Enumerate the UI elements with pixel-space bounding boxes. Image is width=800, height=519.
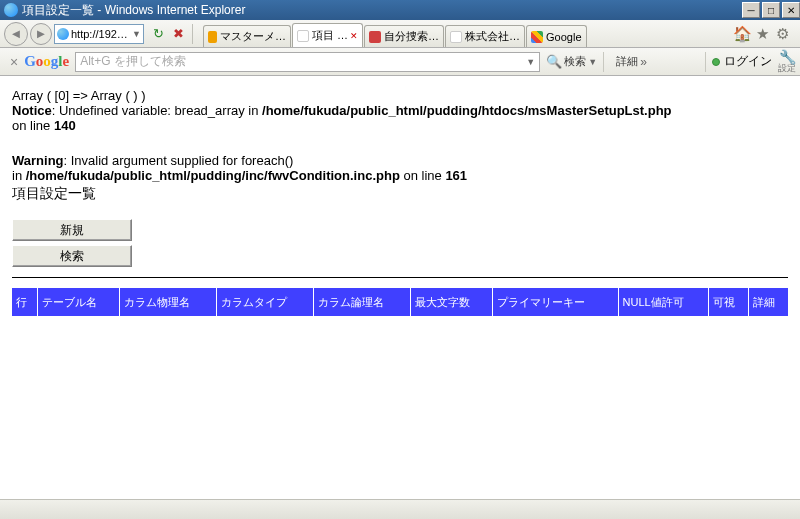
col-type: カラムタイプ (217, 288, 314, 316)
google-search-input[interactable]: Alt+G を押して検索 ▼ (75, 52, 540, 72)
new-button[interactable]: 新規 (12, 219, 132, 241)
detail-button-label: 詳細 (616, 54, 638, 69)
search-button-label: 検索 (564, 54, 586, 69)
col-null-allowed: NULL値許可 (618, 288, 709, 316)
search-placeholder: Alt+G を押して検索 (80, 53, 186, 70)
dropdown-icon[interactable]: ▼ (526, 57, 535, 67)
page-content: Array ( [0] => Array ( ) ) Notice: Undef… (0, 76, 800, 499)
dropdown-icon: ▼ (588, 57, 597, 67)
divider (12, 277, 788, 278)
close-toolbar-icon[interactable]: × (4, 54, 24, 70)
back-button[interactable]: ◄ (4, 22, 28, 46)
col-row: 行 (12, 288, 37, 316)
tab-label: マスターメ… (220, 29, 286, 44)
tab-3[interactable]: 株式会社… (445, 25, 525, 47)
table-header-row: 行 テーブル名 カラム物理名 カラムタイプ カラム論理名 最大文字数 プライマリ… (12, 288, 788, 316)
window-buttons: ─ □ ✕ (740, 2, 800, 18)
favicon-icon (208, 31, 217, 43)
status-bar (0, 499, 800, 519)
search-icon: 🔍 (546, 54, 562, 69)
google-logo: Google (24, 53, 69, 70)
col-physical-name: カラム物理名 (120, 288, 217, 316)
nav-toolbar: ◄ ► http://192… ▼ ↻ ✖ マスターメ… 項目 … ✕ 自分捜索… (0, 20, 800, 48)
tab-label: 株式会社… (465, 29, 520, 44)
address-text: http://192… (71, 28, 128, 40)
login-link[interactable]: ログイン (724, 53, 772, 70)
col-primary-key: プライマリーキー (493, 288, 618, 316)
favorites-icon[interactable]: ★ (752, 24, 772, 44)
google-toolbar: × Google Alt+G を押して検索 ▼ 🔍 検索 ▼ 詳細 » ログイン… (0, 48, 800, 76)
tab-label: 項目 … (312, 28, 348, 43)
favicon-icon (450, 31, 462, 43)
tab-strip: マスターメ… 項目 … ✕ 自分捜索… 株式会社… Google (203, 20, 732, 47)
col-max-chars: 最大文字数 (410, 288, 493, 316)
close-button[interactable]: ✕ (782, 2, 800, 18)
minimize-button[interactable]: ─ (742, 2, 760, 18)
tab-label: Google (546, 31, 581, 43)
forward-button[interactable]: ► (30, 23, 52, 45)
settings-label: 設定 (778, 64, 796, 73)
tools-icon[interactable]: ⚙ (772, 24, 792, 44)
address-bar[interactable]: http://192… ▼ (54, 24, 144, 44)
window-title: 項目設定一覧 - Windows Internet Explorer (22, 2, 245, 19)
php-warning: Warning: Invalid argument supplied for f… (12, 153, 788, 183)
col-table-name: テーブル名 (37, 288, 120, 316)
col-detail: 詳細 (749, 288, 788, 316)
page-favicon (57, 28, 69, 40)
tab-1[interactable]: 項目 … ✕ (292, 23, 363, 47)
maximize-button[interactable]: □ (762, 2, 780, 18)
ie-icon (4, 3, 18, 17)
page-title: 項目設定一覧 (12, 185, 788, 203)
col-logical-name: カラム論理名 (313, 288, 410, 316)
columns-table: 行 テーブル名 カラム物理名 カラムタイプ カラム論理名 最大文字数 プライマリ… (12, 288, 788, 316)
search-button[interactable]: 検索 (12, 245, 132, 267)
dropdown-icon[interactable]: ▼ (132, 29, 141, 39)
favicon-icon (297, 30, 309, 42)
favicon-icon (369, 31, 381, 43)
tab-4[interactable]: Google (526, 25, 586, 47)
window-titlebar: 項目設定一覧 - Windows Internet Explorer ─ □ ✕ (0, 0, 800, 20)
col-visible: 可視 (709, 288, 749, 316)
favicon-icon (531, 31, 543, 43)
settings-button[interactable]: 🔧設定 (778, 50, 796, 73)
stop-button[interactable]: ✖ (168, 24, 188, 44)
refresh-button[interactable]: ↻ (148, 24, 168, 44)
tab-2[interactable]: 自分捜索… (364, 25, 444, 47)
tab-label: 自分捜索… (384, 29, 439, 44)
google-search-button[interactable]: 🔍 検索 ▼ (546, 54, 597, 69)
status-dot-icon (712, 58, 720, 66)
close-tab-icon[interactable]: ✕ (350, 31, 358, 41)
php-array-output: Array ( [0] => Array ( ) ) (12, 88, 788, 103)
google-detail-button[interactable]: 詳細 » (616, 54, 647, 69)
home-icon[interactable]: 🏠 (732, 24, 752, 44)
chevron-right-icon: » (640, 55, 647, 69)
toolbar-right: 🏠 ★ ⚙ (732, 24, 792, 44)
tab-0[interactable]: マスターメ… (203, 25, 291, 47)
php-notice: Notice: Undefined variable: bread_array … (12, 103, 788, 133)
